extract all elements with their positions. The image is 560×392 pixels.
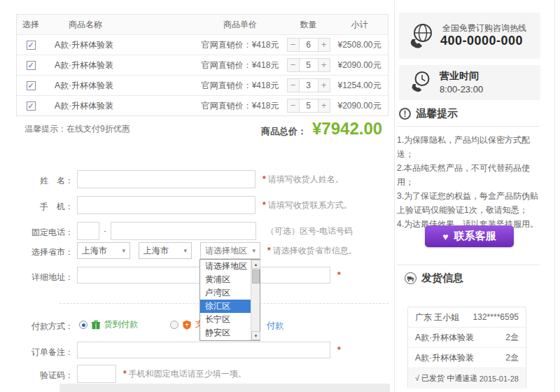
cod-option-label[interactable]: 货到付款 — [104, 318, 138, 330]
region-hint: 请选择收货省市信息。 — [273, 245, 357, 257]
shipping-row: A款·升杯体验装 2盒 — [408, 348, 526, 368]
district-dropdown-list: 请选择地区 黄浦区 卢湾区 徐汇区 长宁区 静安区 ▲ ▼ — [200, 259, 260, 341]
captcha-input[interactable] — [77, 365, 116, 383]
row-checkbox[interactable]: ✓ — [27, 81, 36, 90]
row-checkbox[interactable]: ✓ — [27, 41, 36, 50]
shipping-header: 发货信息 — [405, 272, 463, 285]
province-value: 上海市 — [82, 245, 107, 257]
tel-label: 固定电话： — [7, 227, 74, 239]
district-value: 请选择地区 — [205, 245, 247, 257]
radio-icon[interactable] — [170, 321, 178, 329]
dropdown-item[interactable]: 请选择地区 — [200, 260, 251, 273]
dropdown-item-selected[interactable]: 徐汇区 — [200, 300, 251, 313]
heart-icon: ♥ — [442, 231, 448, 242]
quantity-value[interactable]: 3 — [300, 78, 318, 92]
scrollbar-thumb[interactable] — [252, 270, 260, 284]
row-subtotal: ¥2508.00元 — [331, 39, 388, 51]
column-header-subtotal: 小计 — [331, 19, 388, 31]
city-select[interactable]: 上海市 ▾ — [139, 242, 192, 259]
product-name: A款·升杯体验装 — [45, 39, 195, 51]
product-name: A款·升杯体验装 — [45, 59, 195, 71]
shipping-divider — [397, 265, 540, 265]
radio-selected-icon[interactable] — [79, 321, 88, 329]
row-checkbox[interactable]: ✓ — [27, 102, 36, 111]
dropdown-item[interactable]: 长宁区 — [200, 313, 251, 326]
dropdown-item[interactable]: 黄浦区 — [200, 273, 251, 286]
quantity-stepper: − 5 + — [287, 99, 330, 113]
tel-dash: - — [104, 226, 106, 236]
quantity-value[interactable]: 6 — [300, 38, 318, 52]
tips-title: 温馨提示 — [416, 107, 458, 120]
product-price: 官网直销价：¥418元 — [195, 59, 286, 71]
quantity-stepper: − 6 + — [287, 38, 330, 52]
minus-button[interactable]: − — [287, 58, 300, 72]
row-checkbox[interactable]: ✓ — [27, 61, 36, 70]
other-payment-label[interactable]: 付款 — [267, 320, 284, 332]
alert-icon: ! — [399, 108, 411, 120]
table-header-row: 选择 商品名称 商品单价 数量 小计 — [17, 15, 388, 34]
required-mark: * — [267, 246, 271, 255]
tips-list: 1.为保障隐私，产品均以保密方式配送； 2.本品纯天然产品，不可代替药品使用； … — [397, 133, 542, 231]
shipping-qty: 2盒 — [505, 332, 519, 344]
quantity-stepper: − 3 + — [287, 78, 330, 92]
address-label: 详细地址： — [7, 272, 74, 284]
shield-icon — [182, 320, 192, 330]
mobile-label: 手 机： — [7, 201, 74, 213]
shipping-phone: 132****6595 — [473, 312, 519, 322]
table-row: ✓ A款·升杯体验装 官网直销价：¥418元 − 5 + ¥2090.00元 — [17, 95, 388, 115]
payment-label: 付款方式： — [7, 321, 74, 332]
payment-option-cod[interactable]: 货到付款 — [79, 318, 138, 330]
plus-button[interactable]: + — [318, 99, 330, 113]
dropdown-item[interactable]: 静安区 — [200, 326, 251, 340]
quantity-value[interactable]: 5 — [300, 99, 318, 113]
bag-icon — [91, 320, 101, 330]
column-header-name: 商品名称 — [45, 19, 195, 31]
truck-icon — [405, 272, 416, 284]
remark-label: 订单备注： — [7, 346, 74, 358]
quantity-value[interactable]: 5 — [300, 58, 318, 72]
minus-button[interactable]: − — [287, 78, 300, 92]
plus-button[interactable]: + — [318, 78, 330, 92]
minus-button[interactable]: − — [287, 99, 300, 113]
tips-header: ! 温馨提示 — [399, 107, 458, 120]
name-input[interactable] — [77, 170, 255, 188]
remark-input[interactable] — [77, 342, 330, 358]
plus-button[interactable]: + — [318, 58, 330, 72]
table-row: ✓ A款·升杯体验装 官网直销价：¥418元 − 6 + ¥2508.00元 — [17, 34, 388, 55]
province-select[interactable]: 上海市 ▾ — [77, 242, 130, 259]
shipping-title: 发货信息 — [421, 272, 463, 285]
globe-phone-icon — [407, 22, 435, 50]
dropdown-scrollbar[interactable]: ▲ ▼ — [251, 260, 260, 340]
table-row: ✓ A款·升杯体验装 官网直销价：¥418元 − 5 + ¥2090.00元 — [17, 55, 388, 75]
shipping-qty: 2盒 — [505, 352, 519, 364]
table-footer-note: 温馨提示：在线支付9折优惠 — [24, 123, 130, 135]
scroll-down-icon[interactable]: ▼ — [251, 331, 260, 340]
tel-number-input[interactable] — [111, 222, 256, 240]
page-right-border — [554, 0, 555, 392]
required-mark: * — [123, 369, 127, 379]
tip-item: 3.为了保证您的权益，每盒产品防伪贴上验证码仅能验证1次，敬请知悉； — [397, 189, 542, 217]
caret-down-icon: ▾ — [122, 247, 125, 254]
row-subtotal: ¥1254.00元 — [331, 80, 388, 92]
bottom-bar — [59, 384, 390, 392]
shipping-recipient: 广东 王小姐 — [415, 312, 459, 323]
minus-button[interactable]: − — [287, 38, 300, 52]
shipping-status: √ 已发货 中通速递 — [415, 373, 477, 384]
dropdown-item[interactable]: 卢湾区 — [200, 286, 251, 300]
tel-area-input[interactable] — [77, 222, 99, 240]
contact-service-button[interactable]: ♥ 联系客服 — [425, 225, 514, 247]
region-label: 选择省市： — [7, 246, 74, 258]
scroll-up-icon[interactable]: ▲ — [251, 260, 260, 269]
product-name: A款·升杯体验装 — [45, 80, 195, 92]
name-hint: 请填写收货人姓名。 — [268, 174, 344, 186]
plus-button[interactable]: + — [318, 38, 330, 52]
shipping-date: 2015-01-28 — [479, 374, 519, 383]
column-header-qty: 数量 — [286, 19, 331, 31]
shipping-status-row: √ 已发货 中通速递 2015-01-28 — [408, 368, 526, 388]
name-label: 姓 名： — [7, 175, 74, 187]
mobile-input[interactable] — [77, 196, 255, 214]
column-header-price: 商品单价 — [195, 19, 286, 31]
district-select[interactable]: 请选择地区 ▾ — [200, 242, 260, 259]
product-table: 选择 商品名称 商品单价 数量 小计 ✓ A款·升杯体验装 官网直销价：¥418… — [16, 14, 388, 116]
product-name: A款·升杯体验装 — [45, 100, 195, 112]
